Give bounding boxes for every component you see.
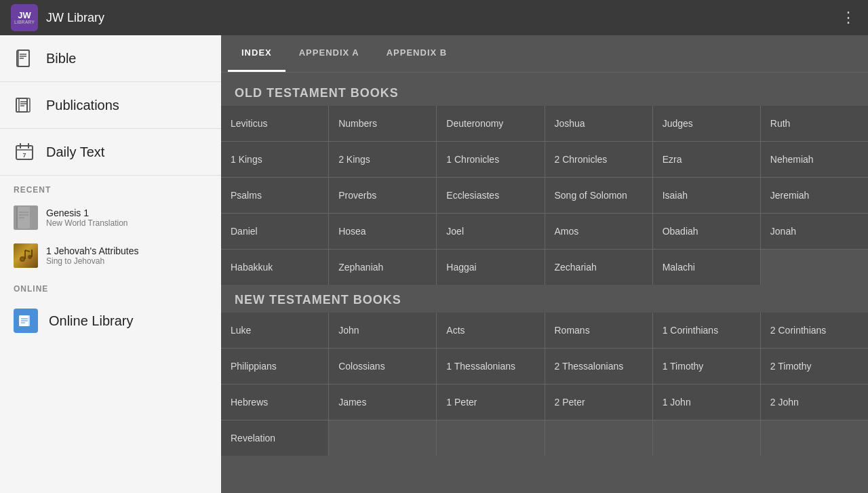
sidebar-item-bible[interactable]: Bible — [0, 35, 221, 82]
sing-subtitle: Sing to Jehovah — [46, 256, 139, 266]
sidebar-item-daily-text[interactable]: 7 Daily Text — [0, 129, 221, 176]
book-1peter[interactable]: 1 Peter — [437, 384, 544, 420]
tab-appendix-b[interactable]: APPENDIX B — [373, 35, 460, 72]
book-empty-nt4 — [653, 420, 760, 456]
book-2john[interactable]: 2 John — [761, 384, 868, 420]
logo-text: JW — [18, 11, 31, 20]
online-library-icon — [14, 309, 38, 333]
book-joshua[interactable]: Joshua — [545, 106, 652, 141]
book-haggai[interactable]: Haggai — [437, 250, 544, 285]
online-section-label: ONLINE — [0, 275, 221, 298]
book-john[interactable]: John — [329, 313, 436, 348]
book-daniel[interactable]: Daniel — [221, 214, 328, 249]
sing-title: 1 Jehovah's Attributes — [46, 245, 139, 256]
recent-section-label: RECENT — [0, 176, 221, 199]
book-2timothy[interactable]: 2 Timothy — [761, 349, 868, 384]
book-2peter[interactable]: 2 Peter — [545, 384, 652, 420]
book-habakkuk[interactable]: Habakkuk — [221, 250, 328, 285]
bible-icon — [14, 47, 35, 69]
app-header: JW LIBRARY JW Library ⋮ — [0, 0, 868, 35]
jw-logo[interactable]: JW LIBRARY — [11, 4, 38, 31]
recent-item-genesis[interactable]: Genesis 1 New World Translation — [0, 199, 221, 237]
book-2corinthians[interactable]: 2 Corinthians — [761, 313, 868, 348]
new-testament-grid: Luke John Acts Romans 1 Corinthians 2 Co… — [221, 313, 868, 456]
book-malachi[interactable]: Malachi — [653, 250, 760, 285]
publications-label: Publications — [46, 98, 119, 113]
new-testament-heading: NEW TESTAMENT BOOKS — [221, 286, 868, 313]
book-2thessalonians[interactable]: 2 Thessalonians — [545, 349, 652, 384]
book-luke[interactable]: Luke — [221, 313, 328, 348]
book-revelation[interactable]: Revelation — [221, 420, 328, 456]
book-deuteronomy[interactable]: Deuteronomy — [437, 106, 544, 141]
book-colossians[interactable]: Colossians — [329, 349, 436, 384]
book-zephaniah[interactable]: Zephaniah — [329, 250, 436, 285]
recent-item-sing[interactable]: 1 Jehovah's Attributes Sing to Jehovah — [0, 237, 221, 275]
book-1corinthians[interactable]: 1 Corinthians — [653, 313, 760, 348]
old-testament-grid: Leviticus Numbers Deuteronomy Joshua Jud… — [221, 106, 868, 285]
book-1kings[interactable]: 1 Kings — [221, 142, 328, 177]
header-left: JW LIBRARY JW Library — [11, 4, 104, 31]
book-nehemiah[interactable]: Nehemiah — [761, 142, 868, 177]
book-numbers[interactable]: Numbers — [329, 106, 436, 141]
book-joel[interactable]: Joel — [437, 214, 544, 249]
bible-label: Bible — [46, 51, 76, 66]
book-empty-nt3 — [545, 420, 652, 456]
book-1john[interactable]: 1 John — [653, 384, 760, 420]
tab-index[interactable]: INDEX — [228, 35, 285, 72]
book-hebrews[interactable]: Hebrews — [221, 384, 328, 420]
sing-thumb — [14, 243, 38, 268]
book-obadiah[interactable]: Obadiah — [653, 214, 760, 249]
sidebar-item-online-library[interactable]: Online Library — [0, 298, 221, 344]
book-empty-nt5 — [761, 420, 868, 456]
logo-sub: LIBRARY — [14, 20, 35, 24]
daily-text-label: Daily Text — [46, 144, 104, 160]
book-hosea[interactable]: Hosea — [329, 214, 436, 249]
book-2kings[interactable]: 2 Kings — [329, 142, 436, 177]
genesis-info: Genesis 1 New World Translation — [46, 208, 128, 228]
book-jeremiah[interactable]: Jeremiah — [761, 178, 868, 213]
book-romans[interactable]: Romans — [545, 313, 652, 348]
book-james[interactable]: James — [329, 384, 436, 420]
genesis-subtitle: New World Translation — [46, 218, 128, 228]
sing-info: 1 Jehovah's Attributes Sing to Jehovah — [46, 245, 139, 266]
book-song-of-solomon[interactable]: Song of Solomon — [545, 178, 652, 213]
tabs-bar: INDEX APPENDIX A APPENDIX B — [221, 35, 868, 73]
book-jonah[interactable]: Jonah — [761, 214, 868, 249]
sidebar-item-publications[interactable]: Publications — [0, 82, 221, 129]
svg-rect-5 — [16, 98, 27, 112]
book-1chronicles[interactable]: 1 Chronicles — [437, 142, 544, 177]
book-philippians[interactable]: Philippians — [221, 349, 328, 384]
genesis-title: Genesis 1 — [46, 208, 128, 218]
svg-rect-6 — [19, 98, 30, 112]
publications-icon — [14, 94, 35, 116]
svg-text:7: 7 — [22, 152, 26, 159]
book-acts[interactable]: Acts — [437, 313, 544, 348]
book-zechariah[interactable]: Zechariah — [545, 250, 652, 285]
book-empty-nt1 — [329, 420, 436, 456]
book-judges[interactable]: Judges — [653, 106, 760, 141]
online-library-label: Online Library — [49, 313, 134, 329]
calendar-icon: 7 — [14, 141, 35, 163]
book-1timothy[interactable]: 1 Timothy — [653, 349, 760, 384]
book-amos[interactable]: Amos — [545, 214, 652, 249]
book-2chronicles[interactable]: 2 Chronicles — [545, 142, 652, 177]
old-testament-heading: OLD TESTAMENT BOOKS — [221, 79, 868, 106]
book-empty-nt2 — [437, 420, 544, 456]
sidebar: Bible Publications — [0, 35, 221, 493]
book-leviticus[interactable]: Leviticus — [221, 106, 328, 141]
main-layout: Bible Publications — [0, 35, 868, 493]
tab-appendix-a[interactable]: APPENDIX A — [285, 35, 373, 72]
book-1thessalonians[interactable]: 1 Thessalonians — [437, 349, 544, 384]
svg-point-23 — [21, 258, 24, 260]
bible-content: OLD TESTAMENT BOOKS Leviticus Numbers De… — [221, 73, 868, 493]
book-ruth[interactable]: Ruth — [761, 106, 868, 141]
book-psalms[interactable]: Psalms — [221, 178, 328, 213]
menu-dots-icon[interactable]: ⋮ — [841, 9, 857, 26]
book-empty-ot — [761, 250, 868, 285]
app-title: JW Library — [46, 11, 104, 25]
book-ecclesiastes[interactable]: Ecclesiastes — [437, 178, 544, 213]
book-isaiah[interactable]: Isaiah — [653, 178, 760, 213]
book-proverbs[interactable]: Proverbs — [329, 178, 436, 213]
genesis-thumb — [14, 205, 38, 230]
book-ezra[interactable]: Ezra — [653, 142, 760, 177]
